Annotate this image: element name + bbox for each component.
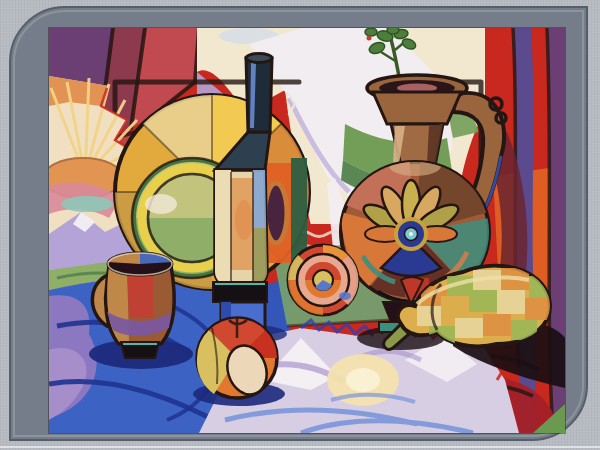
frame-bottom-highlight xyxy=(0,446,600,448)
painting-canvas xyxy=(49,28,565,433)
plum-blob xyxy=(265,183,287,243)
slide-background xyxy=(0,0,600,450)
bottle-lip xyxy=(246,54,272,63)
bottle-neck xyxy=(246,58,272,132)
ringed-apple xyxy=(288,245,359,315)
still-life-painting xyxy=(49,28,565,433)
jug-rim-cup xyxy=(373,92,461,124)
